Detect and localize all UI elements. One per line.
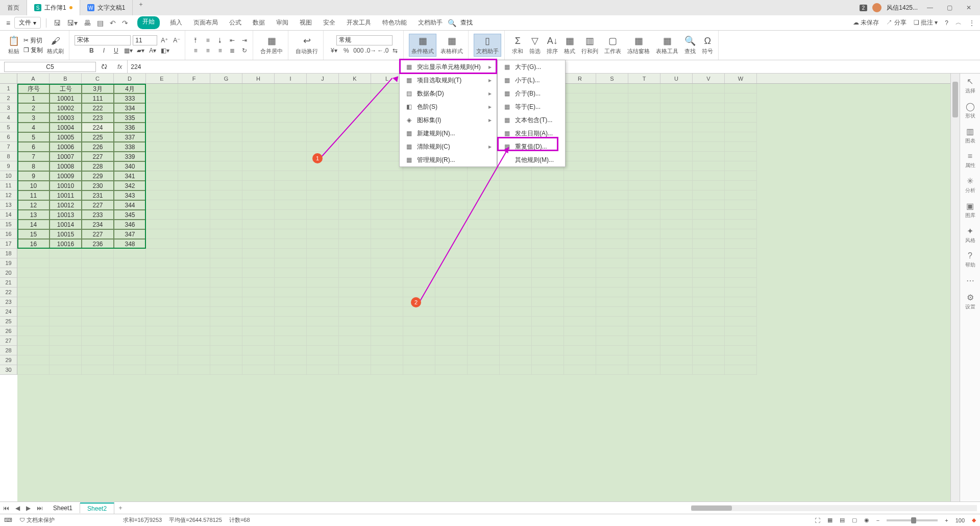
cell[interactable]: [339, 84, 371, 93]
cell[interactable]: 10014: [50, 220, 82, 229]
cell[interactable]: [403, 171, 435, 181]
side-item-5[interactable]: ▣图库: [965, 201, 975, 219]
cell[interactable]: [242, 317, 275, 326]
vertical-scrollbar[interactable]: [950, 74, 960, 501]
cell[interactable]: [50, 268, 82, 278]
cell[interactable]: [693, 103, 725, 113]
help-icon[interactable]: ?: [945, 19, 948, 27]
cell[interactable]: [339, 365, 371, 375]
cell[interactable]: [371, 103, 403, 113]
cell[interactable]: [693, 258, 725, 268]
cell[interactable]: [82, 355, 114, 365]
menu1-item-4[interactable]: ◈图标集(I)▸: [400, 113, 497, 127]
cell[interactable]: 339: [114, 152, 146, 161]
cell[interactable]: [50, 346, 82, 355]
cell[interactable]: 228: [82, 161, 114, 171]
col-header[interactable]: D: [114, 74, 146, 83]
sheet-nav-last[interactable]: ⏭: [34, 505, 46, 512]
cell[interactable]: 348: [114, 239, 146, 249]
cell[interactable]: 8: [17, 161, 50, 171]
cell[interactable]: 2: [17, 103, 50, 113]
cell[interactable]: 234: [82, 220, 114, 229]
cell[interactable]: [242, 239, 275, 249]
cell[interactable]: [435, 268, 468, 278]
cell[interactable]: [725, 103, 757, 113]
cell[interactable]: [403, 210, 435, 220]
cell[interactable]: [371, 181, 403, 190]
cell[interactable]: [371, 210, 403, 220]
cell[interactable]: [178, 268, 210, 278]
cell[interactable]: [307, 152, 339, 161]
cell[interactable]: [564, 307, 596, 317]
cell[interactable]: [307, 200, 339, 210]
cell[interactable]: [17, 278, 50, 288]
cell[interactable]: [82, 288, 114, 297]
cell[interactable]: [693, 93, 725, 103]
cell[interactable]: 7: [17, 152, 50, 161]
cell[interactable]: [178, 346, 210, 355]
cell[interactable]: [242, 142, 275, 152]
cell[interactable]: [242, 93, 275, 103]
cell[interactable]: [628, 317, 660, 326]
cell[interactable]: 11: [17, 190, 50, 200]
cell[interactable]: [210, 336, 242, 346]
conditional-format-button[interactable]: ▦条件格式: [409, 34, 436, 57]
cell[interactable]: [660, 317, 693, 326]
cell[interactable]: [275, 190, 307, 200]
cell[interactable]: [596, 258, 628, 268]
cell[interactable]: [275, 288, 307, 297]
cell[interactable]: 227: [82, 152, 114, 161]
cell[interactable]: [146, 113, 178, 123]
cell[interactable]: [307, 336, 339, 346]
cell[interactable]: [500, 278, 532, 288]
cell[interactable]: [307, 326, 339, 336]
filter-button[interactable]: ▽筛选: [527, 34, 543, 56]
cell[interactable]: [371, 123, 403, 132]
cell[interactable]: [596, 161, 628, 171]
sheet-tab-2[interactable]: Sheet2: [80, 503, 114, 514]
cell[interactable]: [371, 84, 403, 93]
cell[interactable]: [660, 103, 693, 113]
sum-button[interactable]: Σ求和: [510, 35, 525, 56]
cell[interactable]: [660, 365, 693, 375]
cell[interactable]: [114, 307, 146, 317]
cell[interactable]: [532, 171, 564, 181]
cell[interactable]: [468, 239, 500, 249]
cell[interactable]: [596, 93, 628, 103]
cell[interactable]: [660, 278, 693, 288]
bold-icon[interactable]: B: [86, 45, 96, 56]
cell[interactable]: [371, 355, 403, 365]
share-button[interactable]: ↗ 分享: [886, 18, 906, 27]
cell[interactable]: [628, 210, 660, 220]
indent-increase-icon[interactable]: ⇥: [239, 35, 250, 45]
cell[interactable]: [532, 346, 564, 355]
cell[interactable]: [178, 355, 210, 365]
cell[interactable]: [242, 258, 275, 268]
cell[interactable]: [114, 249, 146, 258]
cell[interactable]: [114, 365, 146, 375]
cell[interactable]: [628, 200, 660, 210]
side-item-4[interactable]: ✳分析: [965, 176, 975, 194]
ribbon-tab-3[interactable]: 公式: [228, 16, 242, 29]
cell[interactable]: [371, 307, 403, 317]
cell[interactable]: [435, 346, 468, 355]
col-header[interactable]: H: [242, 74, 275, 83]
cell[interactable]: [146, 355, 178, 365]
cell[interactable]: [275, 220, 307, 229]
format-painter-button[interactable]: 🖌格式刷: [45, 35, 66, 56]
cell[interactable]: [146, 132, 178, 142]
cell[interactable]: [307, 93, 339, 103]
menu2-item-2[interactable]: ▦介于(B)...: [498, 87, 565, 100]
cell[interactable]: [500, 229, 532, 239]
cell[interactable]: [242, 229, 275, 239]
row-header[interactable]: 3: [0, 103, 17, 113]
cell[interactable]: [564, 103, 596, 113]
cell[interactable]: [210, 220, 242, 229]
cell[interactable]: [500, 317, 532, 326]
cell[interactable]: [403, 200, 435, 210]
cell[interactable]: [660, 258, 693, 268]
cell[interactable]: [596, 190, 628, 200]
cell[interactable]: [242, 278, 275, 288]
cell[interactable]: [339, 249, 371, 258]
table-tools-button[interactable]: ▦表格工具: [654, 34, 680, 56]
